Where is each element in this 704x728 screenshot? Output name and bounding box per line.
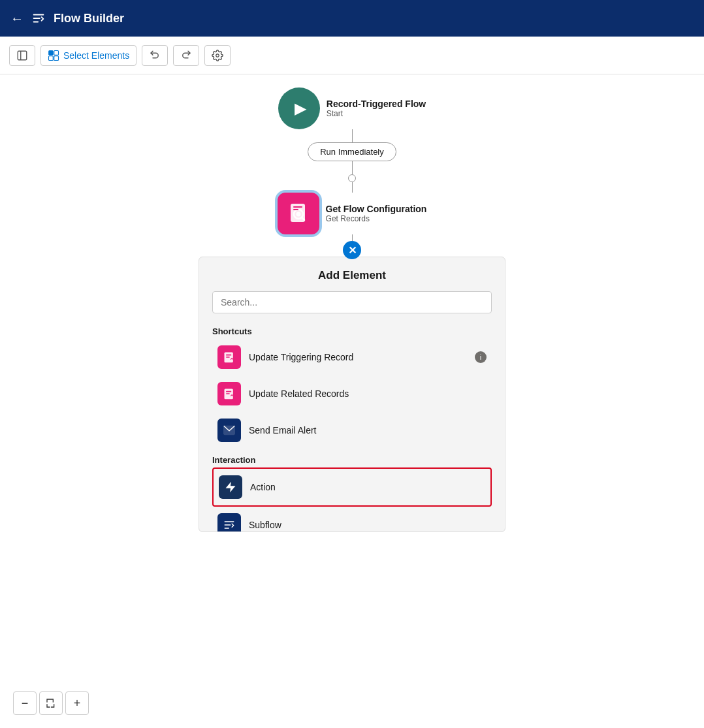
get-records-row: Get Flow Configuration Get Records [278,193,427,234]
update-related-label: Update Related Records [249,388,349,399]
panel-title: Add Element [212,269,492,282]
start-node-row: ▶ Record-Triggered Flow Start [278,87,426,129]
get-records-node[interactable] [278,193,319,234]
element-list: Shortcuts Update Triggering Record i [212,323,492,531]
zoom-out-button[interactable]: − [13,691,37,715]
redo-button[interactable] [173,45,199,66]
get-records-subtitle: Get Records [326,214,427,223]
app-header: ← Flow Builder [0,0,704,37]
undo-button[interactable] [142,45,168,66]
select-elements-button[interactable]: Select Elements [40,45,136,66]
line-2 [352,161,353,174]
connector-run-get [348,161,356,193]
subflow-label: Subflow [249,520,281,530]
send-email-label: Send Email Alert [249,425,317,435]
app-title: Flow Builder [54,12,124,25]
update-triggering-icon [217,345,241,369]
update-related-icon [217,382,241,405]
settings-button[interactable] [204,45,231,66]
select-elements-label: Select Elements [63,50,129,61]
back-button[interactable]: ← [10,11,24,26]
toolbar: Select Elements [0,37,704,74]
shortcuts-label: Shortcuts [212,326,492,336]
add-element-button[interactable]: ✕ [343,241,361,259]
connector-start-run [352,129,353,142]
subflow-item[interactable]: Subflow [212,507,492,531]
action-icon [219,475,242,499]
flow-builder-icon [31,11,46,25]
toggle-sidebar-button[interactable] [9,45,35,66]
start-node[interactable]: ▶ [278,87,320,129]
svg-rect-12 [293,209,298,210]
connector-get-panel: ✕ [343,234,361,259]
update-triggering-record-item[interactable]: Update Triggering Record i [212,339,492,375]
update-related-records-item[interactable]: Update Related Records [212,375,492,412]
play-icon: ▶ [295,99,306,118]
add-element-panel: Add Element Shortcuts Update Triggering … [199,257,505,532]
svg-rect-0 [18,51,27,60]
interaction-label: Interaction [212,455,492,465]
start-title: Record-Triggered Flow [327,99,426,109]
info-icon-triggering[interactable]: i [475,351,487,363]
line-1 [352,129,353,142]
zoom-in-button[interactable]: + [65,691,89,715]
svg-rect-3 [54,50,59,55]
svg-rect-5 [54,55,59,60]
element-search-input[interactable] [212,291,492,313]
small-connector-circle [348,174,356,182]
flow-canvas: ▶ Record-Triggered Flow Start Run Immedi… [0,74,704,728]
update-triggering-label: Update Triggering Record [249,352,353,362]
send-email-icon [217,419,241,442]
svg-rect-4 [49,55,54,60]
send-email-alert-item[interactable]: Send Email Alert [212,412,492,449]
start-subtitle: Start [327,109,426,118]
line-4 [352,234,353,241]
start-label: Record-Triggered Flow Start [327,99,426,118]
action-label: Action [250,482,276,492]
svg-point-6 [216,54,219,57]
zoom-fit-button[interactable] [39,691,63,715]
action-item[interactable]: Action [212,467,492,507]
svg-rect-2 [49,50,54,55]
run-immediately-node[interactable]: Run Immediately [308,142,396,161]
zoom-controls: − + [13,691,89,715]
subflow-icon [217,513,241,531]
get-records-label: Get Flow Configuration Get Records [326,204,427,223]
get-records-title: Get Flow Configuration [326,204,427,214]
flow-diagram: ▶ Record-Triggered Flow Start Run Immedi… [0,87,704,532]
line-3 [352,182,353,193]
svg-point-9 [296,212,300,217]
svg-rect-11 [293,206,302,208]
svg-marker-16 [226,482,236,493]
